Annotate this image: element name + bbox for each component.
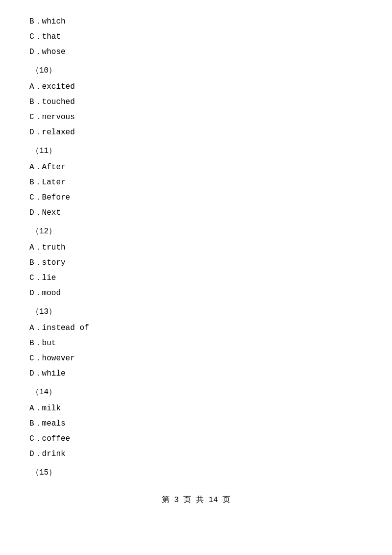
- option-c-lie: C．lie: [29, 271, 363, 285]
- main-content: B．which C．that D．whose （10） A．excited B．…: [29, 15, 363, 505]
- question-number-15: （15）: [29, 466, 363, 480]
- question-number-14: （14）: [29, 385, 363, 400]
- option-c-nervous: C．nervous: [29, 110, 363, 125]
- option-a-after: A．After: [29, 160, 363, 175]
- option-c-that: C．that: [29, 30, 363, 44]
- option-a-truth: A．truth: [29, 241, 363, 255]
- option-d-drink: D．drink: [29, 447, 363, 461]
- question-number-12: （12）: [29, 225, 363, 239]
- option-b-touched: B．touched: [29, 95, 363, 109]
- question-number-13: （13）: [29, 305, 363, 319]
- option-d-relaxed: D．relaxed: [29, 126, 363, 140]
- option-b-later: B．Later: [29, 176, 363, 190]
- option-a-instead-of: A．instead of: [29, 321, 363, 335]
- question-number-10: （10）: [29, 64, 363, 78]
- question-number-11: （11）: [29, 144, 363, 158]
- option-a-milk: A．milk: [29, 402, 363, 416]
- option-c-before: C．Before: [29, 191, 363, 205]
- page-footer: 第 3 页 共 14 页: [29, 495, 363, 505]
- option-d-mood: D．mood: [29, 286, 363, 301]
- option-b-meals: B．meals: [29, 417, 363, 431]
- option-c-however: C．however: [29, 352, 363, 366]
- option-a-excited: A．excited: [29, 80, 363, 94]
- option-d-while: D．while: [29, 367, 363, 381]
- option-b-story: B．story: [29, 256, 363, 270]
- option-b-but: B．but: [29, 336, 363, 351]
- option-d-next: D．Next: [29, 206, 363, 220]
- option-c-coffee: C．coffee: [29, 432, 363, 446]
- option-b-which: B．which: [29, 15, 363, 29]
- option-d-whose: D．whose: [29, 45, 363, 59]
